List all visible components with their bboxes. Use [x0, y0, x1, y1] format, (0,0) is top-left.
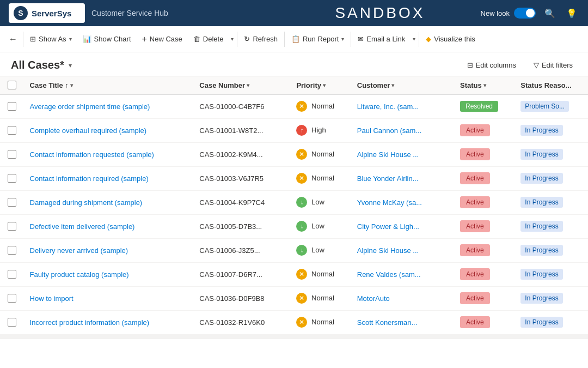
new-look-label: New look — [481, 9, 510, 17]
refresh-button[interactable]: ↻ Refresh — [238, 28, 283, 50]
customer-link[interactable]: City Power & Ligh... — [357, 222, 419, 231]
back-button[interactable]: ← — [4, 31, 22, 47]
row-checkbox-cell — [0, 118, 24, 142]
priority-icon: ✕ — [296, 269, 307, 280]
customer-link[interactable]: Blue Yonder Airlin... — [357, 174, 419, 183]
customer-cell: Paul Cannon (sam... — [352, 118, 455, 142]
case-title-cell: Incorrect product information (sample) — [24, 310, 194, 334]
row-checkbox-0[interactable] — [8, 102, 16, 111]
status-badge: Resolved — [460, 101, 498, 112]
case-title-cell: Delivery never arrived (sample) — [24, 238, 194, 262]
case-number: CAS-01001-W8T2... — [199, 126, 263, 135]
case-number-cell: CAS-01003-V6J7R5 — [194, 166, 291, 190]
priority-icon: ✕ — [296, 317, 307, 328]
show-as-label: Show As — [39, 35, 66, 43]
case-number-cell: CAS-01007-D6R7... — [194, 262, 291, 286]
customer-link[interactable]: Rene Valdes (sam... — [357, 270, 421, 279]
table-row: Faulty product catalog (sample) CAS-0100… — [0, 262, 588, 286]
row-checkbox-3[interactable] — [8, 174, 16, 183]
email-link-chevron-icon: ▾ — [413, 36, 415, 42]
row-checkbox-8[interactable] — [8, 294, 16, 303]
case-number-cell: CAS-01000-C4B7F6 — [194, 94, 291, 118]
customer-link[interactable]: Scott Konersman... — [357, 318, 418, 327]
edit-filters-button[interactable]: ▽ Edit filters — [529, 59, 577, 71]
customer-link[interactable]: Alpine Ski House ... — [357, 150, 419, 159]
customer-cell: Scott Konersman... — [352, 310, 455, 334]
header-check — [0, 76, 24, 94]
customer-link[interactable]: Yvonne McKay (sa... — [357, 198, 422, 207]
customer-sort[interactable]: Customer ▾ — [357, 81, 395, 89]
case-title-link[interactable]: Faulty product catalog (sample) — [30, 270, 129, 279]
run-report-button[interactable]: 📋 Run Report ▾ — [286, 28, 350, 50]
customer-link[interactable]: Alpine Ski House ... — [357, 246, 419, 255]
row-checkbox-cell — [0, 166, 24, 190]
customer-cell: Rene Valdes (sam... — [352, 262, 455, 286]
row-checkbox-cell — [0, 262, 24, 286]
case-title-link[interactable]: Delivery never arrived (sample) — [30, 246, 128, 255]
case-number-sort[interactable]: Case Number ▾ — [199, 81, 249, 89]
refresh-icon: ↻ — [244, 35, 250, 43]
table-row: Contact information required (sample) CA… — [0, 166, 588, 190]
toolbar-divider-2 — [237, 32, 237, 47]
delete-button[interactable]: 🗑 Delete — [188, 28, 229, 50]
nav-logo[interactable]: S ServerSys — [9, 3, 85, 23]
case-title-link[interactable]: Defective item delivered (sample) — [30, 222, 135, 231]
customer-link[interactable]: Litware, Inc. (sam... — [357, 102, 419, 111]
search-icon[interactable]: 🔍 — [542, 6, 558, 21]
customer-cell: Alpine Ski House ... — [352, 142, 455, 166]
case-title-link[interactable]: Complete overhaul required (sample) — [30, 126, 147, 135]
header-customer[interactable]: Customer ▾ — [352, 76, 455, 94]
page-header: All Cases* ▾ ⊟ Edit columns ▽ Edit filte… — [0, 52, 588, 76]
row-checkbox-4[interactable] — [8, 198, 16, 207]
table-row: Delivery never arrived (sample) CAS-0100… — [0, 238, 588, 262]
case-title-link[interactable]: Incorrect product information (sample) — [30, 318, 150, 327]
edit-columns-button[interactable]: ⊟ Edit columns — [463, 59, 520, 71]
email-link-dropdown-button[interactable]: ▾ — [411, 28, 418, 50]
email-link-button[interactable]: ✉ Email a Link — [352, 28, 411, 50]
case-title-link[interactable]: How to import — [30, 294, 74, 303]
row-checkbox-1[interactable] — [8, 126, 16, 135]
priority-cell: ✕ Normal — [291, 262, 351, 286]
case-title-sort[interactable]: Case Title ↑ ▾ — [30, 81, 73, 89]
show-as-button[interactable]: ⊞ Show As ▾ — [24, 28, 77, 50]
header-case-title[interactable]: Case Title ↑ ▾ — [24, 76, 194, 94]
status-sort[interactable]: Status ▾ — [460, 81, 486, 89]
customer-cell: Yvonne McKay (sa... — [352, 190, 455, 214]
row-checkbox-2[interactable] — [8, 150, 16, 159]
customer-link[interactable]: Paul Cannon (sam... — [357, 126, 422, 135]
visualize-button[interactable]: ◆ Visualize this — [420, 28, 481, 50]
edit-filters-icon: ▽ — [534, 61, 539, 69]
priority-icon: ↓ — [296, 197, 307, 208]
header-priority[interactable]: Priority ▾ — [291, 76, 351, 94]
show-chart-button[interactable]: 📊 Show Chart — [77, 28, 137, 50]
row-checkbox-5[interactable] — [8, 222, 16, 231]
status-badge: Active — [460, 196, 490, 208]
case-title-link[interactable]: Average order shipment time (sample) — [30, 102, 150, 111]
priority-icon: ✕ — [296, 173, 307, 184]
customer-link[interactable]: MotorAuto — [357, 294, 390, 303]
header-status[interactable]: Status ▾ — [455, 76, 515, 94]
priority-sort[interactable]: Priority ▾ — [296, 81, 326, 89]
horizontal-scrollbar[interactable] — [0, 335, 588, 339]
select-all-checkbox[interactable] — [8, 81, 16, 89]
status-reason-badge: In Progress — [520, 221, 562, 232]
page-title-chevron-icon[interactable]: ▾ — [69, 62, 72, 69]
new-case-button[interactable]: + New Case — [137, 28, 188, 50]
row-checkbox-9[interactable] — [8, 318, 16, 327]
row-checkbox-7[interactable] — [8, 270, 16, 279]
header-case-number[interactable]: Case Number ▾ — [194, 76, 291, 94]
lightbulb-icon[interactable]: 💡 — [564, 6, 579, 21]
case-title-link[interactable]: Contact information requested (sample) — [30, 150, 154, 159]
status-cell: Active — [455, 190, 515, 214]
case-title-link[interactable]: Contact information required (sample) — [30, 174, 149, 183]
status-reason-cell: In Progress — [515, 166, 588, 190]
row-checkbox-6[interactable] — [8, 246, 16, 255]
new-look-toggle[interactable] — [514, 8, 536, 19]
delete-dropdown-button[interactable]: ▾ — [229, 28, 236, 50]
row-checkbox-cell — [0, 142, 24, 166]
run-report-label: Run Report — [303, 35, 339, 43]
case-title-link[interactable]: Damaged during shipment (sample) — [30, 198, 143, 207]
row-checkbox-cell — [0, 286, 24, 310]
show-as-icon: ⊞ — [30, 35, 36, 43]
row-checkbox-cell — [0, 190, 24, 214]
